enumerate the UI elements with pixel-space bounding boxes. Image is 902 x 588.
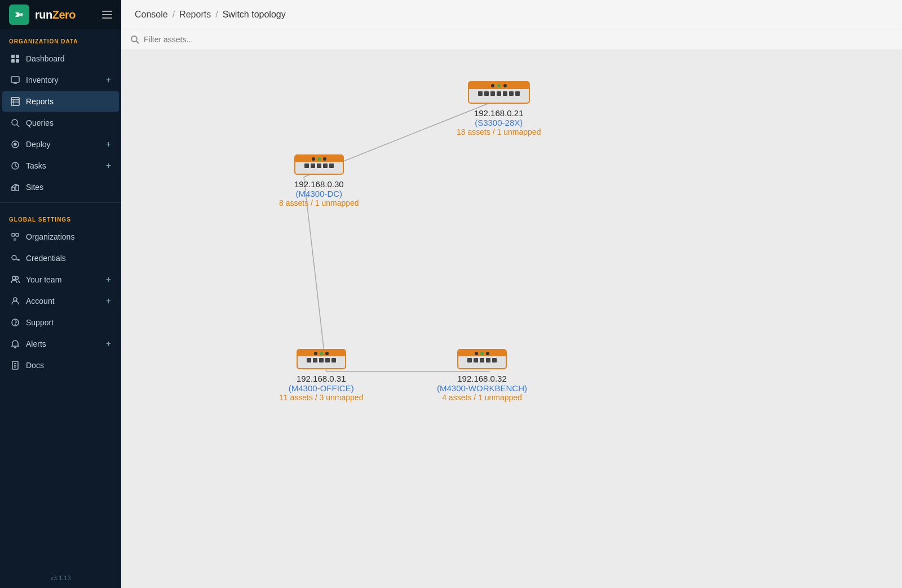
switch-ip: 192.168.0.30 [294, 179, 344, 189]
sidebar-item-label: Reports [26, 97, 54, 106]
sw-dot [475, 352, 478, 355]
sidebar-item-docs[interactable]: Docs [2, 355, 119, 375]
topbar: Console / Reports / Switch topology [121, 0, 902, 29]
switch-icon-md [294, 154, 344, 175]
team-plus-button[interactable]: + [106, 275, 111, 284]
sidebar-item-label: Queries [26, 118, 54, 127]
switch-node-s3300[interactable]: 192.168.0.21 (S3300-28X) 18 assets / 1 u… [457, 81, 541, 136]
sw-port [490, 91, 495, 96]
key-icon [10, 253, 20, 263]
switch-icon-md [297, 349, 346, 369]
breadcrumb-reports[interactable]: Reports [179, 10, 211, 20]
sidebar-item-inventory[interactable]: Inventory + [2, 70, 119, 90]
sidebar-item-label: Docs [26, 361, 44, 370]
team-icon [10, 275, 20, 285]
switch-assets: 18 assets / 1 unmapped [457, 127, 541, 136]
sw-port [304, 163, 309, 168]
grid-icon [10, 54, 20, 64]
monitor-icon [10, 75, 20, 85]
filter-search-icon [130, 35, 139, 44]
sites-icon [10, 182, 20, 192]
sidebar-item-account[interactable]: Account + [2, 291, 119, 311]
tasks-plus-button[interactable]: + [106, 161, 111, 170]
sw-dot-green [317, 157, 321, 161]
content-area: 192.168.0.21 (S3300-28X) 18 assets / 1 u… [121, 29, 902, 588]
switch-icon-lg [468, 81, 530, 104]
sidebar-item-alerts[interactable]: Alerts + [2, 334, 119, 354]
sidebar-item-label: Your team [26, 275, 61, 284]
hamburger-button[interactable] [102, 11, 112, 19]
sidebar-item-label: Organizations [26, 232, 74, 241]
sw-port [317, 163, 321, 168]
sidebar-item-sites[interactable]: Sites [2, 177, 119, 197]
svg-point-11 [12, 120, 17, 125]
logo-text: runZero [35, 8, 76, 21]
svg-point-21 [12, 255, 16, 260]
alerts-plus-button[interactable]: + [106, 339, 111, 348]
svg-rect-18 [12, 233, 15, 236]
sidebar-item-label: Tasks [26, 161, 46, 170]
breadcrumb-console[interactable]: Console [135, 10, 168, 20]
sw-port [474, 358, 478, 362]
svg-point-33 [131, 36, 137, 42]
sw-port [492, 358, 497, 362]
sidebar-item-support[interactable]: Support [2, 312, 119, 333]
svg-rect-3 [16, 55, 19, 58]
main-content: Console / Reports / Switch topology [121, 0, 902, 588]
svg-rect-2 [11, 55, 15, 58]
sidebar-item-your-team[interactable]: Your team + [2, 269, 119, 290]
version-label: v3.1.13 [0, 568, 121, 588]
sidebar-item-credentials[interactable]: Credentials [2, 248, 119, 268]
svg-rect-17 [16, 185, 19, 191]
account-plus-button[interactable]: + [106, 297, 111, 306]
sidebar: runZero ORGANIZATION DATA Dashboard Inve… [0, 0, 121, 588]
sw-port [478, 91, 483, 96]
switch-name: (S3300-28X) [475, 118, 523, 127]
breadcrumb-sep-1: / [173, 10, 175, 20]
inventory-plus-button[interactable]: + [106, 76, 111, 85]
svg-rect-4 [11, 59, 15, 63]
sidebar-item-organizations[interactable]: Organizations [2, 227, 119, 247]
switch-node-m4300office[interactable]: 192.168.0.31 (M4300-OFFICE) 11 assets / … [279, 349, 363, 402]
switch-assets: 8 assets / 1 unmapped [279, 198, 359, 207]
sw-port [480, 358, 484, 362]
sidebar-item-label: Inventory [26, 76, 59, 85]
sidebar-item-dashboard[interactable]: Dashboard [2, 48, 119, 69]
sw-port [515, 91, 520, 96]
sw-port [509, 91, 514, 96]
sidebar-item-reports[interactable]: Reports [2, 91, 119, 112]
sidebar-item-label: Sites [26, 183, 43, 192]
filter-input[interactable] [144, 35, 893, 44]
svg-rect-19 [16, 233, 19, 236]
sw-port [319, 358, 324, 362]
sw-port [331, 358, 336, 362]
sw-dot-green [320, 352, 323, 355]
sw-port [329, 163, 334, 168]
support-icon [10, 317, 20, 328]
logo-icon [9, 5, 29, 25]
svg-rect-16 [12, 187, 15, 191]
docs-icon [10, 360, 20, 370]
deploy-plus-button[interactable]: + [106, 140, 111, 149]
sw-dot [323, 157, 326, 161]
sw-port [484, 91, 489, 96]
sw-port [467, 358, 472, 362]
clock-icon [10, 161, 20, 171]
sidebar-item-tasks[interactable]: Tasks + [2, 156, 119, 176]
sw-dot [491, 84, 494, 87]
svg-rect-20 [14, 238, 16, 241]
sw-port [313, 358, 317, 362]
svg-point-14 [14, 143, 16, 145]
switch-node-m4300workbench[interactable]: 192.168.0.32 (M4300-WORKBENCH) 4 assets … [437, 349, 527, 402]
switch-name: (M4300-OFFICE) [289, 383, 354, 393]
sw-port [503, 91, 507, 96]
switch-name: (M4300-WORKBENCH) [437, 383, 527, 393]
sidebar-item-queries[interactable]: Queries [2, 113, 119, 133]
sidebar-header: runZero [0, 0, 121, 29]
svg-point-26 [16, 277, 19, 280]
sidebar-item-deploy[interactable]: Deploy + [2, 134, 119, 154]
switch-node-m4300dc[interactable]: 192.168.0.30 (M4300-DC) 8 assets / 1 unm… [279, 154, 359, 207]
sw-dot-green [497, 84, 501, 87]
svg-line-12 [17, 125, 19, 127]
svg-line-34 [136, 41, 139, 43]
